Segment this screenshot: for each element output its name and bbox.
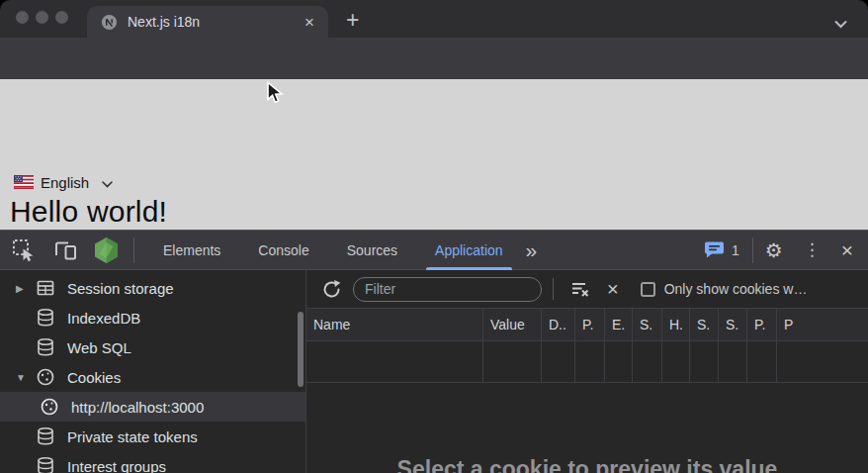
application-sidebar: ▶ Session storage [0,270,306,473]
toolbar-divider [752,237,753,263]
tab-search-chevron-icon[interactable] [834,15,847,33]
language-chevron-down-icon [102,174,113,192]
sidebar-item-cookies[interactable]: ▼ Cookies [0,362,305,392]
devtools-menu-icon[interactable]: ⋮ [804,238,821,262]
us-flag-icon [14,175,34,189]
tab-title: Next.js i18n [128,14,301,30]
nodejs-icon[interactable] [93,236,120,264]
cookie-icon [40,397,59,417]
language-select-value: English [41,174,89,191]
sidebar-item-session-storage[interactable]: ▶ Session storage [0,273,305,303]
window-zoom-button[interactable] [55,11,68,24]
tab-application[interactable]: Application [416,231,522,270]
cookies-table-header: Name Value D.. P. E. S. H. S. S. P. P [306,309,868,341]
cookies-toolbar: × Only show cookies w… [306,270,868,309]
column-header[interactable]: E. [605,309,633,340]
database-icon [36,308,55,328]
cookies-pane: × Only show cookies w… Name Value D.. P.… [306,270,868,473]
cookie-preview-area: Select a cookie to preview its value [306,383,868,473]
database-icon [36,337,55,357]
page-heading: Hello world! [10,195,167,229]
window-close-button[interactable] [16,11,29,24]
sidebar-item-interest-groups[interactable]: Interest groups [0,451,305,473]
delete-cookie-icon[interactable]: × [607,278,619,300]
cookie-icon [36,367,55,387]
column-header[interactable]: Value [483,309,542,340]
database-icon [36,456,55,473]
device-toolbar-icon[interactable] [52,238,78,262]
expanded-triangle-icon[interactable]: ▼ [16,372,36,383]
sidebar-item-private-state-tokens[interactable]: Private state tokens [0,422,305,451]
tab-strip: Next.js i18n × + [0,0,868,38]
column-header[interactable]: P [777,309,868,340]
language-select[interactable]: English [14,172,113,192]
devtools-panel: Elements Console Sources Application » 1… [0,230,868,473]
column-header[interactable]: H. [662,309,690,340]
issues-count[interactable]: 1 [732,242,739,258]
tab-sources[interactable]: Sources [328,231,416,270]
sidebar-scrollbar[interactable] [298,312,304,387]
browser-window: Next.js i18n × + ← → localhost:3 [0,0,868,473]
only-show-issues-label[interactable]: Only show cookies w… [664,281,808,297]
filter-input[interactable] [353,277,542,302]
sidebar-item-indexeddb[interactable]: IndexedDB [0,303,305,332]
inspect-element-icon[interactable] [11,237,36,262]
favicon-nextjs-icon [101,14,118,31]
devtools-body: ▶ Session storage [0,270,868,473]
column-header[interactable]: S. [633,309,662,340]
tab-close-icon[interactable]: × [301,14,318,31]
sidebar-item-web-sql[interactable]: Web SQL [0,332,305,362]
tab-console[interactable]: Console [239,231,327,270]
table-icon [36,278,55,298]
column-header[interactable]: S. [719,309,747,340]
devtools-toolbar-right: 1 ⚙ ⋮ × [704,237,868,263]
browser-toolbar: ← → localhost:3000 [0,38,868,79]
only-show-issues-checkbox[interactable] [641,282,655,297]
cookie-preview-message: Select a cookie to preview its value [306,456,868,473]
sidebar-item-localhost-cookies[interactable]: http://localhost:3000 [0,392,305,422]
toolbar-divider [553,278,554,300]
cookies-table-empty-row[interactable] [306,341,868,383]
refresh-icon[interactable] [321,279,342,300]
settings-gear-icon[interactable]: ⚙ [765,238,783,262]
mouse-cursor [266,81,284,109]
clear-filter-icon[interactable] [569,279,590,299]
more-tabs-icon[interactable]: » [526,231,538,270]
toolbar-divider [133,237,134,263]
window-minimize-button[interactable] [36,11,48,24]
devtools-tabbar: Elements Console Sources Application » 1… [0,231,868,270]
column-header[interactable]: S. [690,309,719,340]
tab-elements[interactable]: Elements [144,231,239,270]
collapsed-triangle-icon[interactable]: ▶ [16,283,36,294]
devtools-close-icon[interactable]: × [841,238,853,262]
issues-icon[interactable] [704,240,725,259]
column-header[interactable]: D.. [542,309,575,340]
column-header[interactable]: Name [306,309,483,340]
database-icon [36,426,55,446]
new-tab-button[interactable]: + [340,5,365,36]
browser-tab[interactable]: Next.js i18n × [87,6,328,38]
column-header[interactable]: P. [747,309,777,340]
column-header[interactable]: P. [575,309,605,340]
page-content: English Hello world! [0,79,868,230]
